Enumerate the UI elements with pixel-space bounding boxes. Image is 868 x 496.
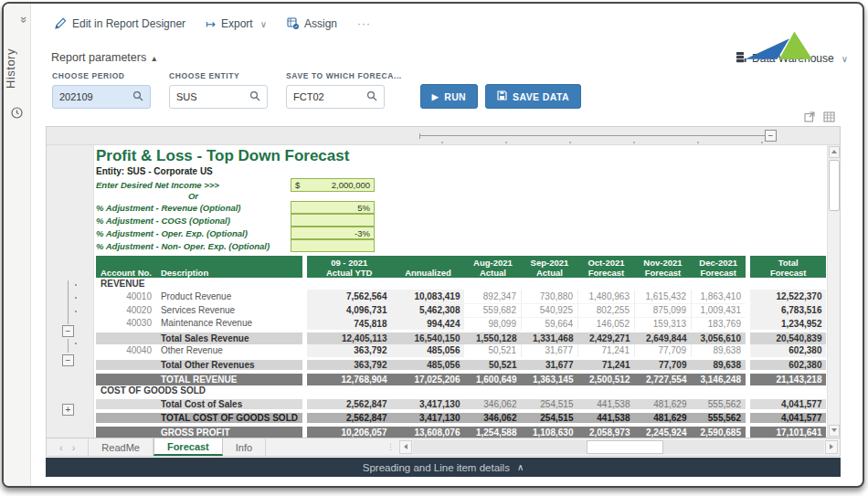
currency-prefix: $ xyxy=(295,180,300,190)
adj-nonoperexp-input-cell[interactable] xyxy=(291,239,375,252)
choose-period-input[interactable]: 202109 xyxy=(52,85,151,109)
adj-operexp-row: % Adjustment - Oper. Exp. (Optional) -3% xyxy=(96,227,827,239)
scroll-up-button[interactable] xyxy=(829,146,840,158)
run-button[interactable]: ▶ RUN xyxy=(420,84,478,109)
value-cell: 2,590,685 xyxy=(691,425,747,438)
value-cell[interactable]: 1,009,431 xyxy=(691,303,747,317)
tab-info[interactable]: Info xyxy=(223,438,266,456)
account-number-cell xyxy=(96,411,156,425)
account-number-cell: 40040 xyxy=(96,344,156,358)
net-income-input-cell[interactable]: $ 2,000,000 xyxy=(291,178,375,192)
adj-operexp-input-cell[interactable]: -3% xyxy=(291,227,375,239)
row-outline-gutter: − − + xyxy=(47,145,94,438)
tab-readme[interactable]: ReadMe xyxy=(89,438,153,456)
value-cell: 1,363,145 xyxy=(521,372,577,385)
assign-button[interactable]: Assign xyxy=(287,17,337,31)
table-row: 40030Maintenance Revenue745,818994,42498… xyxy=(96,317,826,331)
table-row: TOTAL COST OF GOODS SOLD2,562,8473,417,1… xyxy=(96,411,826,425)
blank-cell xyxy=(577,278,634,290)
scroll-down-button[interactable] xyxy=(829,425,840,437)
table-row: 40040Other Revenue363,792485,05650,52131… xyxy=(96,344,826,358)
table-row: Total Other Revenues363,792485,05650,521… xyxy=(96,358,826,372)
row-group-collapse-button[interactable]: − xyxy=(62,354,74,366)
row-group-expand-button[interactable]: + xyxy=(62,404,74,416)
popout-icon[interactable] xyxy=(804,110,815,126)
blank-cell xyxy=(691,385,747,397)
sidebar-item-history[interactable]: History xyxy=(4,37,31,100)
parameter-fields: CHOOSE PERIOD 202109 CHOOSE ENTITY SUS S… xyxy=(52,71,588,109)
company-logo xyxy=(744,29,815,66)
next-sheet-button[interactable]: › xyxy=(72,442,76,453)
adj-cogs-input-cell[interactable] xyxy=(291,214,375,227)
value-cell: 12,522,370 xyxy=(747,290,826,303)
vertical-scroll-thumb[interactable] xyxy=(829,160,840,211)
adj-revenue-input-cell[interactable]: 5% xyxy=(291,201,375,214)
blank-cell xyxy=(304,278,391,290)
edit-in-report-designer-button[interactable]: Edit in Report Designer xyxy=(55,17,185,31)
blank-cell xyxy=(634,385,691,397)
choose-period-value: 202109 xyxy=(59,91,132,102)
account-number-cell xyxy=(96,358,156,372)
horizontal-scroll-track[interactable] xyxy=(413,440,824,454)
value-cell: 1,254,588 xyxy=(464,425,521,438)
save-data-label: SAVE DATA xyxy=(513,91,569,102)
app-window: » History Edit in Report Designer ↦ Expo… xyxy=(2,2,864,488)
scroll-left-button[interactable] xyxy=(399,440,412,454)
row-group-collapse-button[interactable]: − xyxy=(62,325,74,337)
net-income-value: 2,000,000 xyxy=(332,180,370,190)
export-button[interactable]: ↦ Export ∨ xyxy=(206,17,267,30)
value-cell[interactable]: 146,052 xyxy=(577,317,634,331)
tab-forecast[interactable]: Forecast xyxy=(153,438,223,456)
sidebar-expand-icon[interactable]: » xyxy=(4,11,31,29)
save-forecast-input[interactable]: FCT02 xyxy=(286,85,385,109)
blank-cell xyxy=(747,385,826,397)
prev-sheet-button[interactable]: ‹ xyxy=(59,442,63,453)
value-cell: 4,041,577 xyxy=(747,397,826,411)
value-cell[interactable]: 875,099 xyxy=(634,303,691,317)
more-options-button[interactable]: ··· xyxy=(357,17,371,30)
value-cell[interactable]: 159,313 xyxy=(634,317,691,331)
scroll-right-button[interactable] xyxy=(825,440,838,454)
value-cell: 10,206,057 xyxy=(304,425,391,438)
search-icon[interactable] xyxy=(249,89,260,105)
value-cell[interactable]: 183,769 xyxy=(691,317,747,331)
value-cell[interactable]: 71,241 xyxy=(577,344,634,358)
column-header-forecast: Oct-2021Forecast xyxy=(577,256,634,278)
value-cell[interactable]: 1,863,410 xyxy=(691,290,747,303)
search-icon[interactable] xyxy=(132,89,143,105)
save-forecast-label: SAVE TO WHICH FORECA... xyxy=(286,71,402,80)
vertical-scrollbar[interactable] xyxy=(827,145,840,438)
choose-entity-field: CHOOSE ENTITY SUS xyxy=(169,71,268,109)
horizontal-scrollbar[interactable]: ⋮ xyxy=(386,440,838,455)
chevron-down-icon: ∨ xyxy=(842,54,848,64)
value-cell[interactable]: 1,615,432 xyxy=(634,290,691,303)
value-cell: 2,058,973 xyxy=(577,425,634,438)
account-number-cell xyxy=(96,331,156,344)
report-canvas: Profit & Loss - Top Down Forecast Entity… xyxy=(94,145,827,438)
caret-up-icon: ▴ xyxy=(152,53,156,63)
value-cell[interactable]: 89,638 xyxy=(691,344,747,358)
value-cell: 2,562,847 xyxy=(304,411,391,425)
value-cell[interactable]: 77,709 xyxy=(634,344,691,358)
spreading-details-panel-toggle[interactable]: Spreading and Line item details ∧ xyxy=(46,458,841,477)
play-icon: ▶ xyxy=(432,92,439,101)
column-header-actual: Sep-2021Actual xyxy=(521,256,577,278)
value-cell[interactable]: 802,255 xyxy=(577,303,634,317)
section-row: COST OF GOODS SOLD xyxy=(96,385,826,397)
save-data-button[interactable]: SAVE DATA xyxy=(485,84,581,109)
report-parameters-toggle[interactable]: Report parameters ▴ xyxy=(51,51,156,64)
grid-view-icon[interactable] xyxy=(823,110,835,126)
table-row: TOTAL REVENUE12,768,90417,025,2061,600,6… xyxy=(96,372,826,385)
blank-cell xyxy=(634,278,691,290)
save-icon xyxy=(497,90,507,102)
scrollbar-grip-icon[interactable]: ⋮ xyxy=(386,442,395,451)
adj-revenue-row: % Adjustment - Revenue (Optional) 5% xyxy=(96,201,827,214)
search-icon[interactable] xyxy=(366,89,377,105)
choose-entity-input[interactable]: SUS xyxy=(169,85,268,109)
history-clock-icon[interactable] xyxy=(11,106,23,122)
or-label: Or xyxy=(96,192,291,201)
column-header-description: Description xyxy=(156,256,305,278)
column-group-collapse-button[interactable]: − xyxy=(765,130,777,142)
value-cell[interactable]: 1,480,963 xyxy=(577,290,634,303)
horizontal-scroll-thumb[interactable] xyxy=(587,440,663,454)
